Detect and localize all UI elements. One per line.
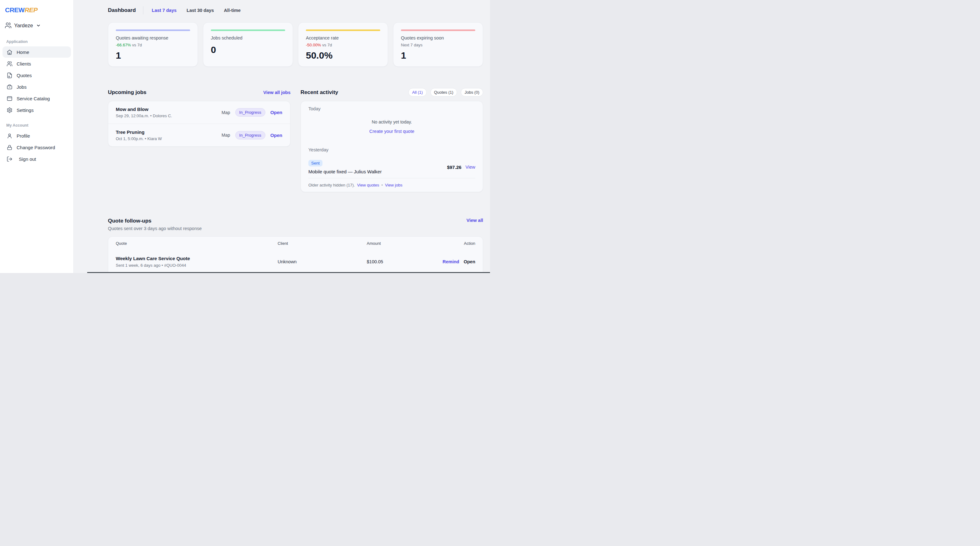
job-status-badge: In_Progress <box>235 131 266 140</box>
page-title: Dashboard <box>108 7 136 13</box>
accent-bar <box>306 29 380 31</box>
stat-cards: Quotes awaiting response -66.67% vs 7d 1… <box>108 22 483 67</box>
header-divider <box>143 6 143 14</box>
tab-last-30-days[interactable]: Last 30 days <box>187 8 214 13</box>
map-link[interactable]: Map <box>221 133 230 138</box>
home-icon <box>6 49 13 55</box>
activity-filters: All (1) Quotes (1) Jobs (0) <box>409 88 483 97</box>
empty-state-text: No activity yet today. <box>309 119 475 124</box>
briefcase-icon <box>6 84 13 90</box>
job-actions: Map In_Progress Open <box>221 131 282 140</box>
users-icon <box>6 61 13 67</box>
quote-meta: Sent 1 week, 6 days ago • #QUO-0044 <box>116 263 278 268</box>
filter-quotes[interactable]: Quotes (1) <box>430 88 457 97</box>
activity-item: Sent Mobile quote fixed — Julius Walker … <box>309 160 475 174</box>
activity-amount: $97.26 <box>447 165 461 170</box>
dot-separator: • <box>382 183 383 187</box>
user-icon <box>6 133 13 139</box>
filter-jobs[interactable]: Jobs (0) <box>461 88 483 97</box>
stat-title: Jobs scheduled <box>211 35 285 40</box>
view-jobs-link[interactable]: View jobs <box>385 183 402 187</box>
sidebar-item-clients[interactable]: Clients <box>3 58 71 69</box>
table-row: Weekly Lawn Care Service Quote Sent 1 we… <box>116 256 475 268</box>
sidebar-item-label: Home <box>17 49 29 55</box>
sidebar-item-profile[interactable]: Profile <box>3 130 71 141</box>
middle-row: Upcoming jobs View all jobs Mow and Blow… <box>108 89 483 192</box>
team-selector[interactable]: Yardeze <box>5 22 73 29</box>
today-label: Today <box>309 106 475 111</box>
column-header-amount: Amount <box>367 241 464 246</box>
sidebar-item-settings[interactable]: Settings <box>3 105 71 116</box>
quote-followups-header: Quote follow-ups Quotes sent over 3 days… <box>108 218 483 231</box>
sidebar-item-label: Jobs <box>17 84 27 90</box>
client-cell: Unknown <box>278 259 367 264</box>
stat-value: 1 <box>401 50 475 61</box>
sidebar-item-quotes[interactable]: Quotes <box>3 70 71 81</box>
view-all-followups-link[interactable]: View all <box>466 218 483 223</box>
amount-cell: $100.05 <box>367 259 442 264</box>
sidebar-item-home[interactable]: Home <box>3 46 71 58</box>
brand-crew: CREW <box>5 6 24 13</box>
stat-card-quotes-expiring: Quotes expiring soon Next 7 days 1 <box>393 22 483 67</box>
sidebar-item-service-catalog[interactable]: Service Catalog <box>3 93 71 104</box>
sidebar-item-label: Settings <box>17 108 33 113</box>
activity-footer: Older activity hidden (17). View quotes … <box>309 178 475 192</box>
stat-card-jobs-scheduled: Jobs scheduled 0 <box>203 22 293 67</box>
stat-delta-suffix: vs 7d <box>322 43 332 47</box>
stat-card-acceptance-rate: Acceptance rate -50.00% vs 7d 50.0% <box>298 22 388 67</box>
sidebar-item-label: Clients <box>17 61 31 67</box>
stat-subtitle: Next 7 days <box>401 43 475 47</box>
sidebar-item-sign-out[interactable]: Sign out <box>3 153 71 165</box>
map-link[interactable]: Map <box>221 110 230 115</box>
job-title: Mow and Blow <box>116 106 172 112</box>
sidebar-item-label: Quotes <box>17 73 32 78</box>
filter-all[interactable]: All (1) <box>409 88 426 97</box>
remind-link[interactable]: Remind <box>442 259 459 264</box>
open-job-link[interactable]: Open <box>270 110 282 115</box>
sidebar-section-my-account: My Account <box>6 123 73 128</box>
tab-all-time[interactable]: All-time <box>224 8 240 13</box>
chevron-down-icon <box>36 23 41 28</box>
open-job-link[interactable]: Open <box>270 133 282 138</box>
stat-delta-suffix: vs 7d <box>132 43 142 47</box>
accent-bar <box>116 29 190 31</box>
older-activity-text: Older activity hidden (17). <box>309 183 355 187</box>
recent-activity-title: Recent activity <box>301 89 338 95</box>
job-meta: Oct 1, 5:00p.m. • Kiara W <box>116 136 162 141</box>
column-header-action: Action <box>464 241 475 246</box>
view-activity-link[interactable]: View <box>466 165 475 170</box>
quote-followups-table: Quote Client Amount Action Weekly Lawn C… <box>108 236 483 273</box>
accent-bar <box>211 29 285 31</box>
stat-delta: -50.00% <box>306 43 321 47</box>
sidebar-section-application: Application <box>6 40 73 44</box>
job-meta: Sep 29, 12:00a.m. • Dolores C. <box>116 113 172 118</box>
action-cell: Remind Open <box>442 259 475 264</box>
create-first-quote-link[interactable]: Create your first quote <box>369 129 414 134</box>
open-quote-link[interactable]: Open <box>464 259 475 264</box>
stat-title: Quotes awaiting response <box>116 35 190 40</box>
gear-icon <box>6 107 13 113</box>
stat-title: Acceptance rate <box>306 35 380 40</box>
column-header-quote: Quote <box>116 241 278 246</box>
sidebar-item-jobs[interactable]: Jobs <box>3 81 71 92</box>
sidebar-item-label: Change Password <box>17 145 55 150</box>
view-quotes-link[interactable]: View quotes <box>357 183 379 187</box>
sent-status-badge: Sent <box>309 160 323 167</box>
team-icon <box>5 22 12 29</box>
app-window: CREWREP Yardeze Application Home Clients <box>0 0 490 273</box>
quote-followups-titles: Quote follow-ups Quotes sent over 3 days… <box>108 218 202 231</box>
sidebar: CREWREP Yardeze Application Home Clients <box>0 0 74 273</box>
stat-title: Quotes expiring soon <box>401 35 475 40</box>
stat-value: 1 <box>116 50 190 61</box>
activity-item-title: Mobile quote fixed — Julius Walker <box>309 169 382 174</box>
tab-last-7-days[interactable]: Last 7 days <box>152 8 177 13</box>
stat-card-quotes-awaiting: Quotes awaiting response -66.67% vs 7d 1 <box>108 22 198 67</box>
stat-value: 0 <box>211 44 285 55</box>
main-content: Dashboard Last 7 days Last 30 days All-t… <box>108 0 483 273</box>
view-all-jobs-link[interactable]: View all jobs <box>263 90 291 95</box>
sidebar-item-label: Sign out <box>19 156 36 162</box>
quote-followups-subtitle: Quotes sent over 3 days ago without resp… <box>108 226 202 231</box>
sidebar-item-change-password[interactable]: Change Password <box>3 142 71 153</box>
bottom-edge-strip <box>87 272 490 273</box>
sidebar-nav-account: Profile Change Password Sign out <box>0 130 73 165</box>
